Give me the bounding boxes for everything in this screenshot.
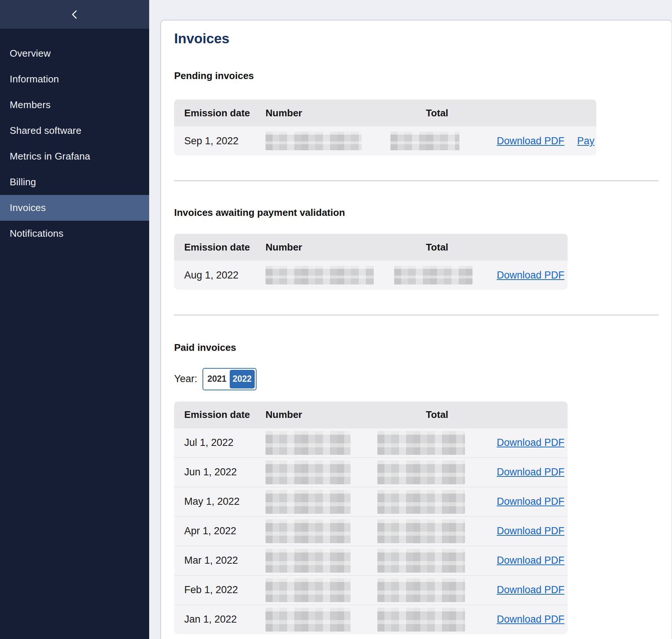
redacted-invoice-total: [377, 549, 465, 573]
download-pdf-link[interactable]: Download PDF: [497, 466, 565, 478]
table-row: Mar 1, 2022 Download PDF: [174, 546, 568, 575]
column-header-number: Number: [266, 107, 377, 119]
redacted-invoice-total: [377, 460, 465, 484]
emission-date-value: Apr 1, 2022: [174, 525, 266, 537]
invoices-card: Invoices Pending invoices Emission date …: [160, 20, 672, 639]
download-pdf-link[interactable]: Download PDF: [497, 135, 565, 147]
emission-date-value: Jan 1, 2022: [174, 614, 266, 625]
sidebar-collapse-button[interactable]: [0, 0, 149, 29]
year-option-2022[interactable]: 2022: [230, 370, 255, 388]
column-header-emission-date: Emission date: [174, 409, 266, 421]
paid-invoices-heading: Paid invoices: [174, 342, 659, 353]
table-row: Feb 1, 2022 Download PDF: [174, 575, 568, 605]
table-header-row: Emission date Number Total: [174, 234, 568, 261]
pending-invoices-heading: Pending invoices: [174, 70, 659, 82]
column-header-total: Total: [377, 409, 497, 421]
redacted-invoice-total: [394, 266, 472, 284]
redacted-invoice-total: [390, 132, 459, 150]
pay-link[interactable]: Pay: [577, 135, 595, 147]
emission-date-value: Jul 1, 2022: [174, 437, 266, 448]
sidebar-nav: Overview Information Members Shared soft…: [0, 29, 149, 246]
emission-date-value: Aug 1, 2022: [174, 270, 266, 281]
table-row: Jun 1, 2022 Download PDF: [174, 457, 568, 487]
table-header-row: Emission date Number Total: [174, 100, 596, 126]
table-row: Apr 1, 2022 Download PDF: [174, 516, 568, 546]
redacted-invoice-total: [377, 431, 465, 455]
emission-date-value: May 1, 2022: [174, 496, 266, 507]
paid-invoices-table: Emission date Number Total Jul 1, 2022 D…: [174, 402, 568, 634]
column-header-total: Total: [377, 242, 497, 253]
sidebar-item-overview[interactable]: Overview: [0, 41, 149, 66]
sidebar-item-notifications[interactable]: Notifications: [0, 221, 149, 246]
sidebar-item-invoices[interactable]: Invoices: [0, 195, 149, 221]
download-pdf-link[interactable]: Download PDF: [497, 496, 565, 507]
sidebar-item-label: Shared software: [10, 125, 81, 136]
sidebar-item-label: Overview: [10, 48, 51, 59]
sidebar-item-information[interactable]: Information: [0, 66, 149, 92]
download-pdf-link[interactable]: Download PDF: [497, 555, 565, 566]
column-header-emission-date: Emission date: [174, 107, 266, 119]
sidebar-item-label: Information: [10, 73, 59, 85]
sidebar-item-members[interactable]: Members: [0, 92, 149, 118]
download-pdf-link[interactable]: Download PDF: [497, 270, 565, 281]
redacted-invoice-total: [377, 608, 465, 632]
year-option-2021[interactable]: 2021: [204, 370, 230, 388]
awaiting-invoices-table: Emission date Number Total Aug 1, 2022 D…: [174, 234, 568, 290]
year-toggle: 2021 2022: [202, 368, 257, 390]
download-pdf-link[interactable]: Download PDF: [497, 584, 565, 596]
sidebar-item-label: Notifications: [10, 228, 63, 239]
awaiting-validation-heading: Invoices awaiting payment validation: [174, 207, 659, 218]
redacted-invoice-number: [266, 608, 351, 632]
download-pdf-link[interactable]: Download PDF: [497, 614, 565, 625]
sidebar: Overview Information Members Shared soft…: [0, 0, 149, 639]
table-row: Aug 1, 2022 Download PDF: [174, 261, 568, 290]
redacted-invoice-number: [266, 549, 351, 573]
download-pdf-link[interactable]: Download PDF: [497, 525, 565, 537]
table-row: Jul 1, 2022 Download PDF: [174, 428, 568, 457]
redacted-invoice-number: [266, 266, 374, 284]
redacted-invoice-number: [266, 490, 351, 514]
table-row: Jan 1, 2022 Download PDF: [174, 605, 568, 634]
sidebar-item-label: Members: [10, 99, 51, 111]
redacted-invoice-number: [266, 460, 351, 484]
sidebar-item-shared-software[interactable]: Shared software: [0, 118, 149, 144]
table-header-row: Emission date Number Total: [174, 402, 568, 428]
pending-invoices-table: Emission date Number Total Sep 1, 2022 D…: [174, 100, 596, 155]
table-row: May 1, 2022 Download PDF: [174, 487, 568, 516]
emission-date-value: Sep 1, 2022: [174, 135, 266, 147]
emission-date-value: Mar 1, 2022: [174, 555, 266, 566]
sidebar-item-billing[interactable]: Billing: [0, 169, 149, 195]
redacted-invoice-number: [266, 519, 351, 543]
year-filter: Year: 2021 2022: [174, 368, 659, 390]
redacted-invoice-total: [377, 490, 465, 514]
redacted-invoice-total: [377, 519, 465, 543]
year-label: Year:: [174, 373, 197, 385]
section-divider: [174, 315, 659, 315]
redacted-invoice-number: [266, 132, 362, 150]
emission-date-value: Jun 1, 2022: [174, 466, 266, 478]
column-header-total: Total: [377, 107, 497, 119]
sidebar-item-metrics-in-grafana[interactable]: Metrics in Grafana: [0, 144, 149, 169]
column-header-number: Number: [266, 242, 377, 253]
sidebar-item-label: Billing: [10, 176, 36, 188]
page-title: Invoices: [174, 32, 659, 45]
section-divider: [174, 180, 659, 181]
emission-date-value: Feb 1, 2022: [174, 584, 266, 596]
app-window: Overview Information Members Shared soft…: [0, 0, 672, 639]
sidebar-item-label: Metrics in Grafana: [10, 151, 90, 162]
main-area: Invoices Pending invoices Emission date …: [149, 0, 672, 639]
redacted-invoice-number: [266, 578, 351, 602]
redacted-invoice-number: [266, 431, 351, 455]
chevron-left-icon: [70, 10, 79, 19]
column-header-emission-date: Emission date: [174, 242, 266, 253]
redacted-invoice-total: [377, 578, 465, 602]
column-header-number: Number: [266, 409, 377, 421]
download-pdf-link[interactable]: Download PDF: [497, 437, 565, 448]
sidebar-item-label: Invoices: [10, 202, 46, 214]
table-row: Sep 1, 2022 Download PDF Pay: [174, 126, 596, 155]
